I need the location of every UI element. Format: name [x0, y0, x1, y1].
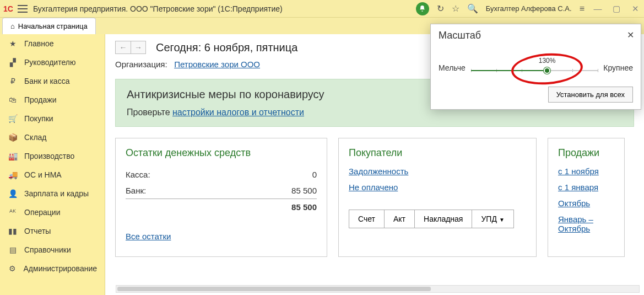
- sidebar-item-9[interactable]: ᴬᴷОперации: [0, 203, 105, 222]
- tab-label: Начальная страница: [18, 22, 88, 30]
- buyers-link-unpaid[interactable]: Не оплачено: [349, 183, 398, 192]
- cash-total: 85 500: [291, 202, 317, 212]
- bag-icon: 🛍: [8, 95, 18, 104]
- menu-button[interactable]: [18, 5, 28, 13]
- sidebar-item-label: Администрирование: [24, 264, 98, 273]
- slider-value: 130%: [539, 57, 556, 65]
- chevron-down-icon: ▼: [499, 217, 505, 223]
- gear-icon: ⚙: [8, 264, 17, 273]
- sidebar-item-label: Склад: [24, 133, 47, 142]
- sidebar-item-4[interactable]: 🛒Покупки: [0, 109, 105, 128]
- titlebar: 1C Бухгалтерия предприятия. ООО "Петровс…: [0, 0, 644, 18]
- card-buyers-title: Покупатели: [349, 147, 526, 159]
- sidebar-item-0[interactable]: ★Главное: [0, 34, 105, 53]
- doc-btn-act[interactable]: Акт: [385, 210, 415, 228]
- search-icon[interactable]: 🔍: [467, 3, 478, 14]
- ruble-icon: ₽: [8, 77, 18, 85]
- close-button[interactable]: ✕: [630, 3, 641, 14]
- doc-button-group: Счет Акт Накладная УПД▼: [349, 210, 514, 228]
- sales-link-1[interactable]: с 1 января: [558, 183, 598, 192]
- doc-btn-invoice[interactable]: Счет: [349, 210, 385, 228]
- org-label: Организация:: [115, 60, 167, 69]
- box-icon: 📦: [8, 133, 18, 142]
- person-icon: 👤: [8, 189, 18, 198]
- buyers-link-debt[interactable]: Задолженность: [349, 167, 408, 176]
- sidebar-item-label: Продажи: [24, 95, 56, 104]
- cash-row-value: 85 500: [291, 186, 317, 195]
- sidebar-item-label: Главное: [24, 39, 54, 48]
- card-sales-title: Продажи: [558, 147, 614, 159]
- sidebar-item-label: Операции: [24, 208, 61, 217]
- truck-icon: 🚚: [8, 170, 18, 179]
- sidebar-item-10[interactable]: ▮▮Отчеты: [0, 222, 105, 240]
- settings-icon[interactable]: ≡: [580, 4, 585, 14]
- sidebar-item-label: Руководителю: [24, 58, 75, 67]
- doc-btn-waybill[interactable]: Накладная: [415, 210, 472, 228]
- all-balances-link[interactable]: Все остатки: [126, 232, 171, 241]
- bars-icon: ▮▮: [8, 227, 18, 235]
- card-cash-title: Остатки денежных средств: [126, 147, 317, 159]
- sidebar-item-label: Производство: [24, 152, 74, 160]
- alert-sub-text: Проверьте: [127, 108, 172, 117]
- chart-icon: ▞: [8, 58, 18, 67]
- scale-popup: Масштаб ✕ Мельче 130% Крупнее Установить…: [430, 24, 641, 110]
- sales-link-2[interactable]: Октябрь: [558, 199, 590, 208]
- sidebar-item-label: Зарплата и кадры: [24, 189, 89, 198]
- star-icon: ★: [8, 39, 18, 48]
- sales-link-0[interactable]: с 1 ноября: [558, 167, 599, 176]
- window-title: Бухгалтерия предприятия. ООО "Петровские…: [33, 4, 416, 13]
- card-cash: Остатки денежных средств Касса: 0 Банк: …: [115, 138, 327, 257]
- set-for-all-button[interactable]: Установить для всех: [548, 87, 633, 103]
- sidebar: ★Главное▞Руководителю₽Банк и касса🛍Прода…: [0, 34, 105, 295]
- maximize-button[interactable]: ▢: [611, 3, 622, 14]
- popup-close-button[interactable]: ✕: [627, 30, 634, 40]
- star-icon[interactable]: ☆: [452, 3, 459, 14]
- current-user[interactable]: Бухгалтер Алферова С.А.: [486, 4, 572, 13]
- minimize-button[interactable]: —: [592, 3, 603, 14]
- slider-smaller-label: Мельче: [439, 63, 466, 72]
- slider-thumb[interactable]: [544, 67, 550, 74]
- notifications-button[interactable]: [416, 2, 429, 15]
- doc-btn-upd[interactable]: УПД▼: [472, 210, 513, 228]
- org-link[interactable]: Петровские зори ООО: [174, 60, 260, 69]
- sidebar-item-5[interactable]: 📦Склад: [0, 128, 105, 147]
- slider-larger-label: Крупнее: [603, 63, 633, 72]
- sidebar-item-3[interactable]: 🛍Продажи: [0, 90, 105, 109]
- sidebar-item-label: Отчеты: [24, 227, 51, 235]
- book-icon: ▤: [8, 245, 18, 254]
- sidebar-item-7[interactable]: 🚚ОС и НМА: [0, 165, 105, 184]
- popup-title: Масштаб: [439, 30, 633, 41]
- tab-home[interactable]: ⌂ Начальная страница: [2, 18, 96, 34]
- card-buyers: Покупатели Задолженность Не оплачено Сче…: [338, 138, 537, 257]
- nav-forward-button[interactable]: →: [131, 41, 146, 54]
- history-icon[interactable]: ↻: [437, 3, 444, 14]
- sidebar-item-label: Покупки: [24, 114, 53, 123]
- sidebar-item-label: Справочники: [24, 245, 71, 254]
- zoom-slider[interactable]: 130%: [471, 57, 598, 79]
- sidebar-item-12[interactable]: ⚙Администрирование: [0, 259, 105, 278]
- cash-row-label: Касса:: [126, 170, 150, 179]
- factory-icon: 🏭: [8, 152, 18, 160]
- sales-link-3[interactable]: Январь – Октябрь: [558, 214, 614, 233]
- bell-icon: [419, 5, 426, 12]
- scrollbar-thumb[interactable]: [117, 287, 431, 291]
- cash-row-label: Банк:: [126, 186, 146, 195]
- sidebar-item-11[interactable]: ▤Справочники: [0, 240, 105, 259]
- logo-1c: 1C: [3, 4, 13, 13]
- horizontal-scrollbar[interactable]: [116, 285, 640, 293]
- cash-row-value: 0: [312, 170, 317, 179]
- card-sales: Продажи с 1 ноября с 1 января Октябрь Ян…: [548, 138, 625, 257]
- ops-icon: ᴬᴷ: [8, 208, 18, 217]
- sidebar-item-label: ОС и НМА: [24, 170, 62, 179]
- alert-link[interactable]: настройки налогов и отчетности: [172, 108, 304, 117]
- sidebar-item-label: Банк и касса: [24, 77, 69, 85]
- cart-icon: 🛒: [8, 114, 18, 123]
- today-heading: Сегодня: 6 ноября, пятница: [156, 41, 297, 54]
- sidebar-item-2[interactable]: ₽Банк и касса: [0, 72, 105, 90]
- home-icon: ⌂: [10, 22, 15, 30]
- nav-back-button[interactable]: ←: [115, 41, 131, 54]
- sidebar-item-1[interactable]: ▞Руководителю: [0, 53, 105, 72]
- sidebar-item-8[interactable]: 👤Зарплата и кадры: [0, 184, 105, 203]
- sidebar-item-6[interactable]: 🏭Производство: [0, 147, 105, 165]
